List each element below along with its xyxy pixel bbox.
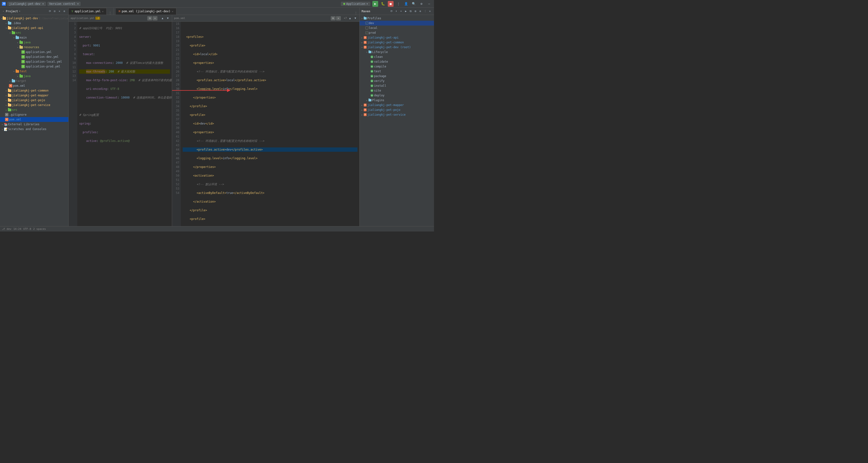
maven-icon3[interactable]: ⊗ bbox=[418, 9, 423, 13]
maven-profiles-item[interactable]: Profiles bbox=[360, 16, 434, 21]
tree-root-pom[interactable]: M pom.xml bbox=[0, 117, 68, 122]
maven-test[interactable]: ⚙ test bbox=[360, 69, 434, 74]
stop-button[interactable]: ■ bbox=[388, 1, 394, 7]
copy-btn-left[interactable]: ⧉ bbox=[147, 16, 152, 21]
tree-src[interactable]: src bbox=[0, 30, 68, 35]
maven-dev-item[interactable]: ✓ dev bbox=[360, 21, 434, 26]
maven-mapper-module[interactable]: M jialiangkj-pet-mapper bbox=[360, 103, 434, 108]
maven-prod-item[interactable]: ✓ prod bbox=[360, 30, 434, 35]
tree-app-local-yml[interactable]: Y application-local.yml bbox=[0, 59, 68, 64]
debug-button[interactable]: 🐛 bbox=[380, 1, 386, 7]
tab-application-yml[interactable]: Y application.yml ✕ bbox=[69, 8, 106, 15]
maven-add[interactable]: + bbox=[399, 9, 403, 13]
yml-tab-icon: Y bbox=[71, 10, 73, 13]
api-pom-label: pom.xml bbox=[12, 84, 25, 87]
project-chevron[interactable] bbox=[2, 10, 5, 13]
left-code-editor[interactable]: 12345 678910 11121314 # app访问端口号 约定: 909… bbox=[69, 22, 172, 226]
maven-more[interactable]: ⋮ bbox=[423, 9, 427, 13]
pojo-folder-icon bbox=[8, 98, 11, 102]
run-button[interactable]: ▶ bbox=[372, 1, 378, 7]
tree-service[interactable]: jialiangkj-pet-service bbox=[0, 103, 68, 108]
prod-checkbox[interactable]: ✓ bbox=[365, 31, 368, 34]
tree-api-pom[interactable]: M pom.xml bbox=[0, 83, 68, 88]
tree-src-root[interactable]: src bbox=[0, 108, 68, 112]
tree-common[interactable]: jialiangkj-pet-common bbox=[0, 88, 68, 93]
more-button[interactable]: ⋮ bbox=[396, 1, 401, 7]
maven-download[interactable]: ⬇ bbox=[394, 9, 398, 13]
maven-clean[interactable]: ⚙ clean bbox=[360, 54, 434, 59]
tree-app-yml[interactable]: Y application.yml bbox=[0, 50, 68, 54]
tab-pom-label: pom.xml (jialiangkj-pet-dev) bbox=[122, 10, 170, 13]
version-control-selector[interactable]: Version control ▾ bbox=[48, 2, 81, 6]
tree-target[interactable]: target bbox=[0, 79, 68, 83]
right-nav-down[interactable]: ▼ bbox=[353, 16, 358, 21]
maven-icon1[interactable]: ⧉ bbox=[408, 9, 413, 13]
tab-yml-close[interactable]: ✕ bbox=[102, 10, 103, 13]
maven-compile[interactable]: ⚙ compile bbox=[360, 64, 434, 69]
tree-app-prod-yml[interactable]: Y application-prod.yml bbox=[0, 64, 68, 69]
profile-icon[interactable]: 👤 bbox=[403, 1, 409, 7]
tree-root[interactable]: jialiangkj-pet-dev E:\SourceTree\jialian… bbox=[0, 16, 68, 21]
common-chevron bbox=[5, 89, 8, 92]
editor-tabs: Y application.yml ✕ ⋮ M pom.xml (jialian… bbox=[69, 8, 360, 15]
maven-service-module[interactable]: M jialiangkj-pet-service bbox=[360, 112, 434, 117]
maven-run[interactable]: ▶ bbox=[404, 9, 408, 13]
maven-site[interactable]: ⚙ site bbox=[360, 88, 434, 93]
tree-scratches[interactable]: 📝 Scratches and Consoles bbox=[0, 127, 68, 132]
dev-checkbox[interactable]: ✓ bbox=[365, 22, 368, 25]
nav-down[interactable]: ▼ bbox=[165, 16, 170, 21]
tab-pom-xml[interactable]: M pom.xml (jialiangkj-pet-dev) ✕ bbox=[116, 8, 177, 15]
tree-test[interactable]: test bbox=[0, 69, 68, 74]
tree-api[interactable]: jialiangkj-pet-api bbox=[0, 26, 68, 30]
tree-main[interactable]: main bbox=[0, 35, 68, 40]
ext-libs-icon: 📚 bbox=[4, 122, 8, 126]
maven-pojo-module[interactable]: M jialiangkj-pet-pojo bbox=[360, 108, 434, 112]
maven-deploy[interactable]: ⚙ deploy bbox=[360, 93, 434, 98]
maven-dev-module[interactable]: M jialiangkj-pet-dev (root) bbox=[360, 45, 434, 50]
minimize-button[interactable]: — bbox=[426, 1, 432, 7]
tree-ext-libs[interactable]: 📚 External Libraries bbox=[0, 122, 68, 127]
settings-gear-icon[interactable]: ⚙ bbox=[62, 9, 66, 13]
tree-idea[interactable]: .idea bbox=[0, 21, 68, 26]
tree-resources[interactable]: resources bbox=[0, 45, 68, 50]
project-selector[interactable]: jialiangkj-pet-dev ▾ bbox=[7, 2, 46, 6]
maven-api-module[interactable]: M jialiangkj-pet-api bbox=[360, 35, 434, 40]
tab-pom-close[interactable]: ✕ bbox=[172, 10, 173, 13]
collapse-icon[interactable]: ⊟ bbox=[53, 9, 57, 13]
maven-install[interactable]: ⚙ install bbox=[360, 83, 434, 88]
maven-plugins[interactable]: Plugins bbox=[360, 98, 434, 103]
close-btn-right[interactable]: ✕ bbox=[336, 16, 341, 21]
project-panel-arrow[interactable]: ▾ bbox=[19, 10, 21, 13]
maven-close[interactable]: ✕ bbox=[428, 9, 432, 13]
copy-btn-right[interactable]: ⧉ bbox=[331, 16, 336, 21]
maven-icon2[interactable]: ⊞ bbox=[413, 9, 417, 13]
right-nav-up[interactable]: ▲ bbox=[348, 16, 352, 21]
maven-refresh[interactable]: ⟳ bbox=[389, 9, 394, 13]
maven-common-module[interactable]: M jialiangkj-pet-common bbox=[360, 40, 434, 45]
local-checkbox[interactable] bbox=[365, 27, 368, 29]
dev-module-icon: M bbox=[364, 46, 367, 49]
tree-app-dev-yml[interactable]: Y application-dev.yml bbox=[0, 54, 68, 59]
tab-more-left[interactable]: ⋮ bbox=[106, 11, 114, 15]
maven-local-item[interactable]: local bbox=[360, 26, 434, 30]
sync-icon[interactable]: ⟳ bbox=[48, 9, 52, 13]
tab-more-right[interactable]: ⋮ bbox=[352, 11, 360, 15]
tree-gitignore[interactable]: ⊘ .gitignore bbox=[0, 112, 68, 117]
maven-lifecycle[interactable]: Lifecycle bbox=[360, 50, 434, 54]
nav-up[interactable]: ▲ bbox=[160, 16, 165, 21]
maven-validate[interactable]: ⚙ validate bbox=[360, 59, 434, 64]
run-config[interactable]: Application ▾ bbox=[341, 2, 370, 6]
tree-mapper[interactable]: jialiangkj-pet-mapper bbox=[0, 93, 68, 98]
main-chevron bbox=[12, 36, 16, 39]
scratches-label: Scratches and Consoles bbox=[8, 127, 46, 131]
tree-pojo[interactable]: jialiangkj-pet-pojo bbox=[0, 98, 68, 103]
settings-button[interactable]: ⚙ bbox=[418, 1, 424, 7]
maven-package[interactable]: ⚙ package bbox=[360, 74, 434, 79]
maven-verify[interactable]: ⚙ verify bbox=[360, 79, 434, 83]
tree-java[interactable]: java bbox=[0, 40, 68, 45]
search-button[interactable]: 🔍 bbox=[411, 1, 417, 7]
tree-test-java[interactable]: java bbox=[0, 74, 68, 79]
close-btn-left[interactable]: ✕ bbox=[153, 16, 157, 21]
close-icon[interactable]: ✕ bbox=[57, 9, 62, 13]
right-code-editor[interactable]: 1516171819 2021222324 2526272829 3031323… bbox=[172, 22, 360, 226]
